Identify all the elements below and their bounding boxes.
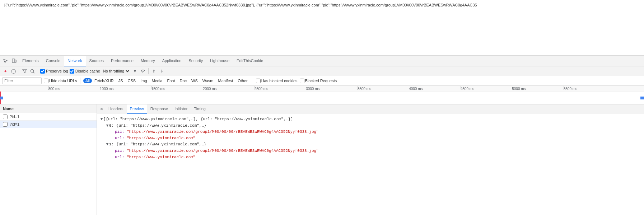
filter-type-ws[interactable]: WS [189,78,200,83]
import-icon[interactable]: ⇧ [151,68,157,74]
name-list: ?id=1 ?id=1 [0,113,97,215]
root-toggle-icon: ▼ [100,116,103,123]
name-row-1[interactable]: ?id=1 [0,121,97,128]
spacer3 [111,148,115,154]
json-item-0: ▼ 0: {url: "https://www.yxinmiracle.com"… [100,123,641,142]
json-item-0-url-row: url: "https://www.yxinmiracle.com" [111,135,641,142]
tab-security[interactable]: Security [185,56,206,66]
filter-input[interactable] [2,77,42,84]
name-row-0-checkbox[interactable] [3,114,8,119]
blocked-requests-label[interactable]: Blocked Requests [300,79,337,83]
filter-type-js[interactable]: JS [116,78,125,83]
export-icon[interactable]: ⇩ [159,68,165,74]
device-toolbar-btn[interactable] [10,57,18,65]
name-header: Name [0,104,97,113]
spacer2 [111,135,115,142]
tab-application[interactable]: Application [159,56,185,66]
json-item-0-url-key: url: [115,135,124,142]
svg-rect-0 [12,59,15,62]
tick-1500: 1500 ms [151,86,165,91]
filter-type-font[interactable]: Font [165,78,177,83]
name-row-1-checkbox[interactable] [3,122,8,127]
filter-sep-2 [253,78,253,84]
inspect-icon-btn[interactable] [1,57,9,65]
preview-tab-preview[interactable]: Preview [127,104,147,114]
json-item-1-url-row: url: "https://www.yxinmiracle.com" [111,154,641,161]
disable-cache-checkbox[interactable] [70,69,74,74]
preview-close-btn[interactable]: ✕ [98,106,105,112]
filter-type-doc[interactable]: Doc [177,78,189,83]
filter-type-all[interactable]: All [83,78,92,83]
tab-console[interactable]: Console [42,56,64,66]
tick-3000: 3000 ms [306,86,319,91]
json-item-0-label: 0: {url: "https://www.yxinmiracle.com",…… [109,123,206,129]
timeline-bars [0,92,644,104]
json-item-1-url-key: url: [115,154,124,161]
has-blocked-cookies-label[interactable]: Has blocked cookies [256,79,298,83]
throttling-select[interactable]: No throttling Fast 3G Slow 3G Offline [102,69,130,74]
throttling-select-wrap[interactable]: No throttling Fast 3G Slow 3G Offline [102,69,130,74]
json-root-row[interactable]: ▼ [{url: "https://www.yxinmiracle.com",…… [100,116,641,123]
devtools-panel: Elements Console Network Sources Perform… [0,56,644,215]
item1-toggle-icon: ▼ [106,141,109,148]
tab-network[interactable]: Network [64,56,85,66]
filter-type-buttons: All Fetch/XHR JS CSS Img Media Font Doc … [83,78,250,83]
preview-tab-response[interactable]: Response [148,104,171,114]
disable-cache-label[interactable]: Disable cache [70,69,100,74]
filter-type-wasm[interactable]: Wasm [200,78,216,83]
json-item-1-pic-key: pic: [115,148,124,154]
filter-icon-btn[interactable] [21,68,28,74]
clear-btn[interactable]: ◯ [10,68,17,74]
browser-text: [{"url":"https:\/\/www.yxinmiracle.com",… [4,3,477,7]
blocked-requests-checkbox[interactable] [300,79,304,83]
devtools-tab-bar: Elements Console Network Sources Perform… [0,56,644,66]
filter-type-css[interactable]: CSS [126,78,138,83]
filter-type-media[interactable]: Media [150,78,165,83]
timeline-ruler: 500 ms 1000 ms 1500 ms 2000 ms 2500 ms 3… [0,86,644,92]
record-btn[interactable]: ● [2,68,9,74]
filter-type-other[interactable]: Other [235,78,250,83]
filter-type-fetch-xhr[interactable]: Fetch/XHR [92,78,116,83]
tab-lighthouse[interactable]: Lighthouse [206,56,233,66]
tab-elements[interactable]: Elements [19,56,42,66]
browser-content: [{"url":"https:\/\/www.yxinmiracle.com",… [0,0,644,56]
item0-toggle-icon: ▼ [106,123,109,129]
preserve-log-label[interactable]: Preserve log [40,69,68,74]
tick-5000: 5000 ms [512,86,526,91]
json-item-1-label: 1: {url: "https://www.yxinmiracle.com",…… [109,141,206,148]
filter-bar: Hide data URLs All Fetch/XHR JS CSS Img … [0,76,644,86]
filter-type-manifest[interactable]: Manifest [216,78,235,83]
json-root-label: [{url: "https://www.yxinmiracle.com",…},… [103,116,293,123]
throttling-dropdown-icon[interactable]: ▼ [132,68,138,74]
preview-tab-initiator[interactable]: Initiator [172,104,190,114]
toolbar-sep-3 [148,68,149,74]
json-item-1-row[interactable]: ▼ 1: {url: "https://www.yxinmiracle.com"… [106,141,641,148]
spacer [111,129,115,135]
toolbar-sep-2 [38,68,38,74]
svg-rect-1 [15,60,16,62]
has-blocked-cookies-checkbox[interactable] [256,79,261,83]
name-panel: Name ?id=1 ?id=1 [0,104,97,215]
tab-sources[interactable]: Sources [86,56,107,66]
json-item-0-fields: pic: "https://www.yxinmiracle.com/group1… [106,129,641,141]
preview-tab-timing[interactable]: Timing [191,104,209,114]
json-item-1-pic-row: pic: "https://www.yxinmiracle.com/group1… [111,148,641,154]
tab-memory[interactable]: Memory [137,56,159,66]
tab-performance[interactable]: Performance [107,56,137,66]
json-item-1-fields: pic: "https://www.yxinmiracle.com/group1… [106,148,641,160]
tick-2000: 2000 ms [203,86,216,91]
json-item-1: ▼ 1: {url: "https://www.yxinmiracle.com"… [100,141,641,160]
json-item-0-row[interactable]: ▼ 0: {url: "https://www.yxinmiracle.com"… [106,123,641,129]
hide-data-urls-label[interactable]: Hide data URLs [44,79,77,83]
name-row-0[interactable]: ?id=1 [0,113,97,121]
tick-4500: 4500 ms [461,86,474,91]
tick-4000: 4000 ms [409,86,423,91]
tick-3500: 3500 ms [358,86,371,91]
filter-type-img[interactable]: Img [138,78,149,83]
hide-data-urls-checkbox[interactable] [44,79,48,83]
preview-tab-headers[interactable]: Headers [106,104,126,114]
preserve-log-checkbox[interactable] [40,69,45,74]
preview-content: ▼ [{url: "https://www.yxinmiracle.com",…… [97,114,644,215]
tab-editthiscookie[interactable]: EditThisCookie [233,56,267,66]
search-icon-btn[interactable] [29,68,36,74]
